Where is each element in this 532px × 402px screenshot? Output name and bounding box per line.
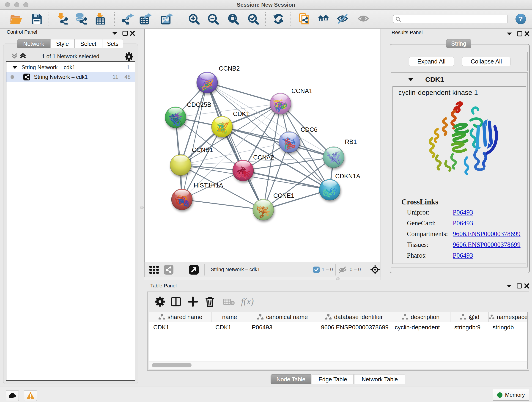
memory-button[interactable]: Memory — [493, 389, 529, 401]
panel-float-icon[interactable] — [123, 31, 127, 36]
node-RB1[interactable]: RB1 — [323, 138, 357, 168]
network-view-toolbar: String Network – cdk1 1 – 0 0 – 0 — [144, 262, 380, 277]
panel-close-icon[interactable] — [131, 32, 134, 35]
toolbar-separator — [291, 12, 291, 26]
panel-menu-icon[interactable] — [507, 32, 512, 35]
crosslink-link[interactable]: P06493 — [453, 209, 473, 216]
panel-close-icon[interactable] — [525, 284, 529, 288]
node-table-container: f(x) shared namename canonical name data… — [147, 292, 529, 370]
hide-selected-icon[interactable] — [337, 13, 349, 26]
panel-float-icon[interactable] — [517, 284, 522, 288]
protein-section-header[interactable]: CDK1 — [391, 73, 527, 86]
zoom-selected-icon[interactable] — [247, 13, 259, 26]
import-table-icon[interactable] — [94, 13, 107, 26]
panel-close-icon[interactable] — [525, 32, 529, 36]
warnings-button[interactable] — [24, 390, 37, 401]
string-network-icon — [23, 74, 30, 80]
column-header-description[interactable]: description — [391, 312, 450, 322]
network-row[interactable]: String Network – cdk1 11 48 — [6, 72, 135, 82]
import-network-icon[interactable] — [56, 13, 68, 26]
network-options-gear-icon[interactable] — [125, 52, 133, 61]
import-database-icon[interactable] — [75, 13, 87, 26]
tab-network[interactable]: Network — [17, 39, 51, 48]
edge-CCNB2-CCNA1[interactable] — [207, 83, 280, 104]
search-input[interactable] — [403, 15, 506, 23]
node-CDKN1A[interactable]: CDKN1A — [319, 173, 360, 200]
edge-HIST1H1A-CCNE1[interactable] — [182, 199, 263, 210]
panel-menu-icon[interactable] — [507, 285, 512, 287]
network-graph[interactable]: CCNB2 CCNA1 CDC25B CDK1 CDC6 RB1 CCNB1 C… — [145, 29, 380, 262]
grid-view-icon[interactable] — [149, 265, 160, 274]
column-header-name[interactable]: name — [211, 312, 248, 322]
tab-style[interactable]: Style — [51, 39, 75, 48]
network-share-icon[interactable] — [164, 265, 173, 274]
crosslink-link[interactable]: P06493 — [453, 219, 473, 227]
results-panel-title: Results Panel — [392, 30, 423, 36]
zoom-in-icon[interactable] — [187, 13, 200, 26]
birdseye-view-icon[interactable] — [189, 265, 199, 274]
column-header-canonical-name[interactable]: canonical name — [248, 312, 317, 322]
tab-edge-table[interactable]: Edge Table — [312, 374, 354, 384]
export-table-icon[interactable] — [139, 13, 152, 26]
zoom-fit-icon[interactable] — [227, 13, 239, 26]
column-tree-icon — [489, 314, 495, 320]
column-header-shared-name[interactable]: shared name — [149, 312, 211, 322]
table-cell[interactable]: stringdb — [493, 323, 527, 332]
protein-expander-icon[interactable] — [408, 77, 414, 82]
table-horizontal-scrollbar[interactable] — [149, 361, 528, 369]
table-panel-title: Table Panel — [150, 283, 177, 289]
table-cell[interactable]: cyclin-dependent ... — [395, 323, 450, 332]
tab-select[interactable]: Select — [75, 39, 102, 48]
network-view-canvas[interactable]: CCNB2 CCNA1 CDC25B CDK1 CDC6 RB1 CCNB1 C… — [144, 29, 380, 262]
tab-sets[interactable]: Sets — [102, 39, 123, 48]
node-CDC6[interactable]: CDC6 — [279, 126, 317, 153]
cloud-button[interactable] — [6, 390, 19, 401]
copy-icon[interactable] — [298, 13, 310, 26]
save-session-icon[interactable] — [31, 13, 43, 26]
tab-network-table[interactable]: Network Table — [354, 374, 405, 384]
panel-menu-icon[interactable] — [112, 32, 117, 35]
tab-node-table[interactable]: Node Table — [271, 374, 311, 384]
node-CCNA1[interactable]: CCNA1 — [270, 88, 312, 114]
delete-table-icon-disabled — [223, 298, 235, 306]
table-settings-gear-icon[interactable] — [155, 297, 165, 307]
crosslink-link[interactable]: 9606.ENSP00000378699 — [453, 241, 520, 249]
zoom-out-icon[interactable] — [206, 13, 219, 26]
tab-string[interactable]: String — [446, 39, 471, 48]
splitter-handle-left[interactable] — [140, 206, 144, 209]
edge-CCNA2-CDKN1A[interactable] — [243, 171, 330, 190]
scrollbar-thumb[interactable] — [152, 363, 191, 367]
panel-float-icon[interactable] — [517, 32, 522, 36]
crosslink-label: Uniprot: — [407, 209, 429, 216]
table-cell[interactable]: CDK1 — [153, 323, 211, 332]
table-cell[interactable]: CDK1 — [215, 323, 247, 332]
node-label-CDC6: CDC6 — [301, 126, 317, 133]
show-all-icon[interactable] — [358, 13, 370, 26]
center-view-icon[interactable] — [370, 265, 380, 274]
help-button[interactable]: ? — [515, 14, 526, 24]
results-panel-header-icons — [506, 31, 532, 36]
open-session-icon[interactable] — [9, 13, 22, 26]
refresh-icon[interactable] — [272, 13, 285, 26]
node-HIST1H1A[interactable]: HIST1H1A — [171, 182, 223, 210]
collapse-all-button[interactable]: Collapse All — [462, 57, 511, 66]
node-CDC25B[interactable]: CDC25B — [165, 101, 211, 128]
export-image-icon[interactable] — [160, 13, 172, 26]
delete-column-icon[interactable] — [205, 296, 215, 307]
crosslink-link[interactable]: P06493 — [453, 252, 473, 259]
column-header-database-identifier[interactable]: database identifier — [317, 312, 391, 322]
first-neighbors-icon[interactable] — [317, 13, 329, 26]
expand-all-button[interactable]: Expand All — [409, 57, 454, 66]
table-cell[interactable]: P06493 — [252, 323, 317, 332]
crosslink-link[interactable]: 9606.ENSP00000378699 — [453, 230, 520, 238]
show-columns-icon[interactable] — [171, 297, 181, 307]
add-column-icon[interactable] — [188, 297, 198, 307]
crosslink-label: GeneCard: — [407, 219, 436, 227]
column-header--id[interactable]: @id — [450, 312, 489, 322]
table-cell[interactable]: stringdb:9... — [454, 323, 488, 332]
network-collection-row[interactable]: String Network – cdk1 1 — [6, 63, 135, 72]
column-header-namespace[interactable]: namespace — [489, 312, 528, 322]
table-cell[interactable]: 9606.ENSP00000378699 — [321, 323, 390, 332]
collection-expander-icon[interactable] — [12, 65, 18, 70]
export-network-icon[interactable] — [121, 13, 133, 26]
